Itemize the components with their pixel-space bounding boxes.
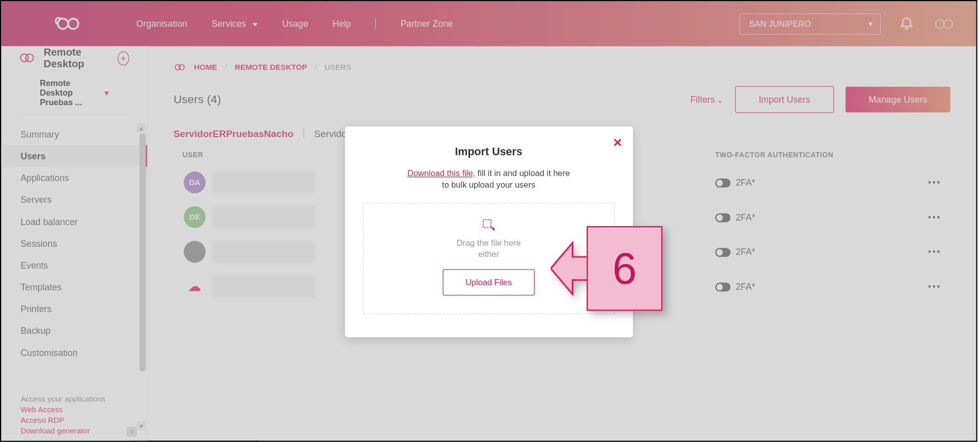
upload-icon xyxy=(481,218,496,235)
modal-instructions: Download this file, fill it in and uploa… xyxy=(363,167,615,190)
modal-overlay[interactable]: ✕ Import Users Download this file, fill … xyxy=(2,2,976,441)
svg-rect-8 xyxy=(483,219,490,227)
upload-files-button[interactable]: Upload Files xyxy=(443,269,534,295)
step-annotation: 6 xyxy=(550,226,662,311)
arrow-icon xyxy=(550,238,588,299)
modal-title: Import Users xyxy=(363,146,615,158)
step-number: 6 xyxy=(612,243,636,293)
download-template-link[interactable]: Download this file, xyxy=(407,168,475,178)
close-icon[interactable]: ✕ xyxy=(613,136,622,150)
